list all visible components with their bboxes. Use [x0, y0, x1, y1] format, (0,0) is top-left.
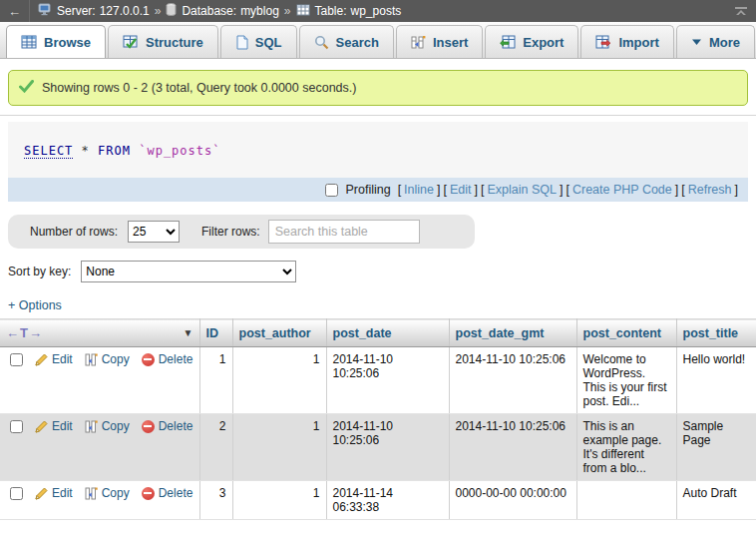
header-post-content[interactable]: post_content: [576, 319, 676, 347]
collapse-panel-icon[interactable]: [726, 6, 756, 17]
delete-label: Delete: [159, 486, 193, 500]
table-value: wp_posts: [351, 4, 402, 18]
columns-dropdown-icon[interactable]: ▼: [184, 327, 193, 338]
column-browse-arrows[interactable]: ←T→: [6, 325, 43, 340]
header-id[interactable]: ID: [199, 319, 232, 347]
browse-icon: [21, 35, 37, 49]
database-value: myblog: [240, 4, 279, 18]
row-checkbox[interactable]: [10, 420, 23, 433]
cell-id: 1: [199, 347, 232, 414]
edit-link[interactable]: Edit: [35, 419, 73, 433]
tab-insert[interactable]: Insert: [396, 25, 483, 58]
header-post-author[interactable]: post_author: [232, 319, 326, 347]
table-row: Edit Copy Delete 3 1 2014-11-14 06:33:38…: [0, 481, 756, 520]
header-actions-cell: ←T→ ▼: [0, 319, 199, 347]
breadcrumb-table[interactable]: Table: wp_posts: [315, 4, 402, 18]
bracket: [: [681, 183, 684, 197]
bracket: [: [566, 183, 568, 197]
edit-sql-link[interactable]: Edit: [450, 183, 472, 197]
header-post-date[interactable]: post_date: [326, 319, 449, 347]
tab-more[interactable]: More: [676, 25, 755, 58]
tab-structure-label: Structure: [146, 35, 203, 50]
explain-sql-link[interactable]: Explain SQL: [487, 183, 556, 197]
table-header-row: ←T→ ▼ ID post_author post_date post_date…: [0, 319, 756, 347]
tab-search-label: Search: [336, 35, 379, 50]
edit-label: Edit: [52, 352, 73, 366]
bracket: [: [398, 183, 401, 197]
delete-link[interactable]: Delete: [142, 352, 193, 366]
search-icon: [314, 35, 329, 50]
row-checkbox[interactable]: [10, 353, 23, 366]
copy-icon: [85, 353, 98, 366]
copy-label: Copy: [102, 419, 130, 433]
export-icon: [500, 35, 516, 49]
edit-link[interactable]: Edit: [35, 352, 73, 366]
bracket: [: [443, 183, 446, 197]
pencil-icon: [35, 353, 48, 366]
tab-import[interactable]: Import: [580, 25, 673, 58]
sql-keyword-select: SELECT: [24, 144, 73, 159]
import-icon: [595, 35, 611, 49]
breadcrumb-bar: ← Server: 127.0.0.1 » Database: myblog »…: [0, 0, 756, 22]
success-text: Showing rows 0 - 2 (3 total, Query took …: [42, 81, 356, 95]
tab-import-label: Import: [618, 35, 658, 50]
copy-link[interactable]: Copy: [85, 352, 130, 366]
refresh-link[interactable]: Refresh: [688, 183, 732, 197]
delete-link[interactable]: Delete: [142, 486, 193, 500]
tab-export[interactable]: Export: [485, 25, 578, 58]
header-post-date-gmt[interactable]: post_date_gmt: [449, 319, 576, 347]
breadcrumb-server[interactable]: Server: 127.0.0.1: [57, 4, 150, 18]
delete-icon: [142, 487, 155, 500]
options-toggle-link[interactable]: + Options: [8, 298, 62, 312]
cell-post-content: [576, 481, 676, 520]
cell-post-date-gmt: 2014-11-10 10:25:06: [449, 414, 576, 481]
sort-by-key-select[interactable]: None: [81, 261, 296, 282]
bracket: ]: [735, 183, 738, 197]
tab-sql[interactable]: SQL: [220, 25, 297, 58]
sql-toolbar: Profiling [ Inline ] [ Edit ] [ Explain …: [8, 178, 748, 202]
inline-link[interactable]: Inline: [404, 183, 434, 197]
number-of-rows-label: Number of rows:: [30, 225, 118, 239]
rows-control-bar: Number of rows: 25 Filter rows:: [8, 215, 475, 249]
profiling-checkbox[interactable]: [325, 184, 338, 197]
delete-link[interactable]: Delete: [142, 419, 193, 433]
cell-post-content: This is an example page. It's different …: [576, 414, 676, 481]
delete-icon: [142, 353, 155, 366]
cell-post-author: 1: [232, 414, 326, 481]
filter-rows-input[interactable]: [268, 220, 420, 244]
header-post-title[interactable]: post_title: [676, 319, 756, 347]
structure-icon: [123, 35, 139, 49]
tab-structure[interactable]: Structure: [108, 25, 218, 58]
copy-link[interactable]: Copy: [85, 486, 130, 500]
tab-browse[interactable]: Browse: [6, 25, 106, 58]
server-label: Server:: [57, 4, 96, 18]
tab-more-label: More: [709, 35, 740, 50]
number-of-rows-select[interactable]: 25: [128, 221, 180, 243]
copy-link[interactable]: Copy: [85, 419, 130, 433]
cell-post-date: 2014-11-10 10:25:06: [326, 347, 449, 414]
chevron-down-icon: [691, 38, 702, 46]
bracket: ]: [560, 183, 563, 197]
table-row: Edit Copy Delete 2 1 2014-11-10 10:25:06…: [0, 414, 756, 481]
edit-label: Edit: [52, 486, 73, 500]
sql-keyword-from: FROM: [98, 144, 131, 158]
cell-post-author: 1: [232, 347, 326, 414]
bracket: ]: [437, 183, 440, 197]
back-icon[interactable]: ←: [0, 0, 30, 22]
copy-icon: [85, 420, 98, 433]
copy-label: Copy: [102, 352, 130, 366]
cell-id: 2: [199, 414, 232, 481]
row-checkbox[interactable]: [10, 487, 23, 500]
tab-bar: Browse Structure SQL Search Insert Expor…: [0, 22, 756, 59]
tab-sql-label: SQL: [255, 35, 282, 50]
edit-link[interactable]: Edit: [35, 486, 73, 500]
tab-browse-label: Browse: [44, 35, 91, 50]
tab-search[interactable]: Search: [299, 25, 394, 58]
delete-label: Delete: [159, 352, 193, 366]
breadcrumb-database[interactable]: Database: myblog: [182, 4, 278, 18]
bracket: ]: [475, 183, 478, 197]
create-php-code-link[interactable]: Create PHP Code: [572, 183, 672, 197]
tab-export-label: Export: [523, 35, 564, 50]
cell-post-date: 2014-11-10 10:25:06: [326, 414, 449, 481]
sql-query-text: SELECT * FROM `wp_posts`: [8, 122, 748, 178]
